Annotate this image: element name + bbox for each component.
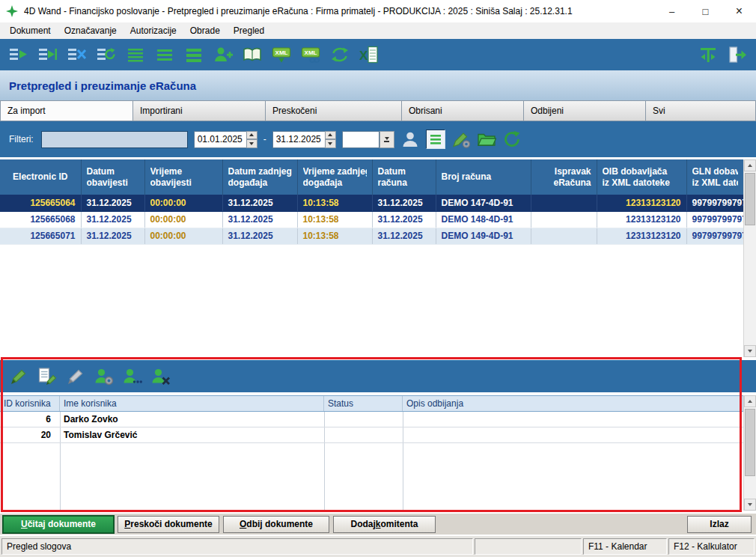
excel-export-button[interactable]: X: [359, 45, 379, 64]
maximize-button[interactable]: □: [689, 0, 722, 22]
tab-strip: Za import Importirani Preskočeni Obrisan…: [0, 100, 756, 121]
col-oib[interactable]: OIB dobavljačaiz XML datoteke: [597, 159, 686, 195]
add-user-button[interactable]: [213, 45, 233, 64]
spin-up-icon: [249, 133, 254, 136]
unsign-button[interactable]: [66, 367, 85, 386]
menu-item-oznacavanje[interactable]: Označavanje: [58, 22, 124, 39]
scroll-up-icon: [748, 164, 752, 167]
ucitaj-dokumente-button[interactable]: Učitaj dokumente: [3, 516, 114, 533]
col-ispravak[interactable]: IspravakeRačuna: [531, 159, 597, 195]
table-row-selected[interactable]: 125665064 31.12.2025 00:00:00 31.12.2025…: [0, 195, 743, 211]
list-dense-button[interactable]: [126, 45, 145, 64]
date-to-spin-up[interactable]: [325, 131, 336, 140]
status-f12-kalkulator[interactable]: F12 - Kalkulator: [668, 538, 755, 555]
scroll-down-icon: [748, 503, 752, 506]
select-all-rows-icon: [38, 45, 58, 64]
documents-scrollbar[interactable]: [743, 159, 756, 357]
sign-document-icon: [37, 367, 57, 386]
date-from-spin-down[interactable]: [246, 139, 257, 148]
close-button[interactable]: ×: [722, 0, 756, 22]
scroll-down-button[interactable]: [744, 499, 756, 511]
user-reject-button[interactable]: [151, 367, 171, 386]
sync-button[interactable]: [330, 45, 350, 64]
select-rows-button[interactable]: [9, 45, 28, 64]
list-toggle-icon: [429, 133, 442, 146]
dodaj-komitenta-button[interactable]: Dodaj komitenta: [333, 516, 436, 533]
col-datum-zadnjeg[interactable]: Datum zadnjegdogađaja: [222, 159, 297, 195]
xml-link-button[interactable]: XML: [301, 45, 320, 64]
tab-za-import[interactable]: Za import: [0, 100, 133, 121]
clear-selection-icon: [67, 45, 87, 64]
users-scrollbar[interactable]: [743, 395, 756, 511]
user-dots-button[interactable]: [123, 367, 142, 386]
extra-filter-dropdown-button[interactable]: [379, 131, 394, 148]
scroll-track[interactable]: [744, 407, 756, 499]
list-wide-button[interactable]: [184, 45, 204, 64]
table-row[interactable]: 125665068 31.12.2025 00:00:00 31.12.2025…: [0, 211, 743, 228]
sync-icon: [330, 45, 350, 64]
tab-obrisani[interactable]: Obrisani: [402, 100, 524, 121]
menu-item-pregled[interactable]: Pregled: [227, 22, 271, 39]
statusbar: Pregled slogova F11 - Kalendar F12 - Kal…: [0, 536, 756, 557]
user-gear-button[interactable]: [94, 367, 114, 386]
tab-odbijeni[interactable]: Odbijeni: [524, 100, 646, 121]
sign-document-button[interactable]: [37, 367, 57, 386]
col-electronic-id[interactable]: Electronic ID: [0, 159, 81, 195]
user-row[interactable]: 20 Tomislav Grčević: [0, 427, 743, 443]
col-vrijeme-zadnjeg[interactable]: Vrijeme zadnjegdogađaja: [297, 159, 372, 195]
col-opis-odbijanja[interactable]: Opis odbijanja: [403, 396, 743, 411]
date-from-spin-up[interactable]: [246, 131, 257, 140]
list-wide-icon: [184, 45, 204, 64]
col-status[interactable]: Status: [324, 396, 403, 411]
filters-label: Filteri:: [9, 134, 34, 144]
col-broj-racuna[interactable]: Broj računa: [436, 159, 531, 195]
col-gln[interactable]: GLN dobavljačaiz XML datoteke: [686, 159, 743, 195]
book-button[interactable]: [243, 45, 262, 64]
select-all-rows-button[interactable]: [38, 45, 58, 64]
preskoci-dokumente-button[interactable]: Preskoči dokumente: [118, 516, 219, 533]
date-to-input[interactable]: [272, 131, 325, 148]
user-filter-icon: [400, 130, 420, 149]
svg-text:XML: XML: [275, 49, 288, 56]
refresh-button[interactable]: [502, 130, 522, 149]
list-medium-button[interactable]: [155, 45, 174, 64]
col-ime-korisnika[interactable]: Ime korisnika: [60, 396, 324, 411]
edit-filter-button[interactable]: [451, 130, 471, 149]
sign-button[interactable]: [9, 367, 28, 386]
menu-item-autorizacije[interactable]: Autorizacije: [124, 22, 183, 39]
scroll-up-button[interactable]: [744, 159, 756, 171]
menu-item-dokument[interactable]: Dokument: [3, 22, 58, 39]
tab-preskoceni[interactable]: Preskočeni: [266, 100, 402, 121]
user-row[interactable]: 6 Darko Zovko: [0, 412, 743, 427]
scroll-thumb[interactable]: [745, 173, 755, 225]
user-filter-button[interactable]: [400, 130, 420, 149]
minimize-button[interactable]: –: [655, 0, 689, 22]
menu-item-obrade[interactable]: Obrade: [183, 22, 227, 39]
exit-button-toolbar[interactable]: [728, 45, 747, 64]
scroll-up-button[interactable]: [744, 395, 756, 407]
odbij-dokumente-button[interactable]: Odbij dokumente: [223, 516, 329, 533]
list-toggle-button[interactable]: [426, 130, 445, 149]
scroll-down-button[interactable]: [744, 345, 756, 357]
users-grid: ID korisnika Ime korisnika Status Opis o…: [0, 395, 756, 511]
fit-columns-button[interactable]: [698, 45, 718, 64]
status-f11-kalendar[interactable]: F11 - Kalendar: [583, 538, 667, 555]
izlaz-button[interactable]: Izlaz: [687, 516, 752, 533]
scroll-track[interactable]: [744, 171, 756, 345]
scroll-thumb[interactable]: [745, 409, 755, 476]
date-from-input[interactable]: [194, 131, 246, 148]
table-row[interactable]: 125665071 31.12.2025 00:00:00 31.12.2025…: [0, 228, 743, 244]
col-datum-racuna[interactable]: Datumračuna: [372, 159, 436, 195]
clear-selection-button[interactable]: [67, 45, 87, 64]
filter-search-input[interactable]: [41, 131, 188, 148]
tab-importirani[interactable]: Importirani: [133, 100, 266, 121]
col-datum-obavijesti[interactable]: Datumobavijesti: [81, 159, 144, 195]
open-folder-button[interactable]: [477, 130, 496, 149]
col-vrijeme-obavijesti[interactable]: Vrijemeobavijesti: [144, 159, 222, 195]
extra-filter-input[interactable]: [342, 131, 379, 148]
col-id-korisnika[interactable]: ID korisnika: [0, 396, 60, 411]
xml-import-button[interactable]: XML: [272, 45, 291, 64]
date-to-spin-down[interactable]: [325, 139, 336, 148]
tab-svi[interactable]: Svi: [646, 100, 756, 121]
refresh-selection-button[interactable]: [97, 45, 116, 64]
